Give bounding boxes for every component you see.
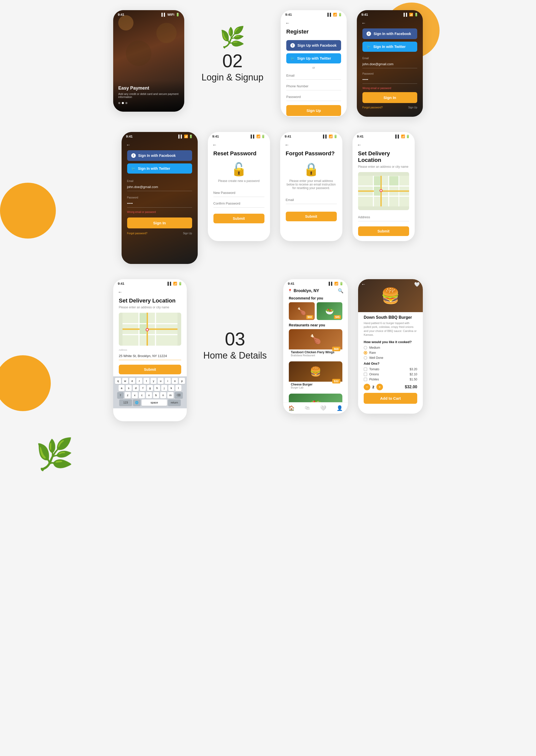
key-123[interactable]: 123: [119, 399, 132, 406]
key-d[interactable]: d: [133, 385, 139, 391]
email-input[interactable]: [286, 72, 341, 80]
signin-large-password-input[interactable]: [127, 199, 192, 208]
addon-pickles[interactable]: Pickles $1.50: [364, 378, 417, 381]
key-q[interactable]: q: [115, 378, 121, 384]
back-button-register[interactable]: ←: [281, 18, 347, 26]
new-password-input[interactable]: [214, 189, 264, 197]
facebook-signin-large-button[interactable]: f Sign In with Facebook: [127, 150, 192, 161]
signin-signup-link[interactable]: Sign Up: [408, 106, 417, 109]
address-input-2[interactable]: [119, 352, 181, 360]
key-k[interactable]: k: [168, 385, 174, 391]
key-return[interactable]: return: [168, 399, 181, 406]
signin-password-input[interactable]: [362, 76, 417, 84]
key-b[interactable]: b: [153, 392, 159, 398]
forgot-link-large[interactable]: Forgot password?: [127, 232, 148, 235]
forgot-title: Forgot Password?: [286, 150, 337, 157]
back-button-delivery-kb[interactable]: ←: [113, 287, 187, 295]
address-input-1[interactable]: [358, 213, 409, 221]
key-e[interactable]: e: [129, 378, 135, 384]
facebook-signin-button[interactable]: f Sign In with Facebook: [362, 28, 417, 39]
back-button-signin-large[interactable]: ←: [121, 140, 198, 148]
svg-rect-9: [374, 186, 381, 196]
key-s[interactable]: s: [126, 385, 132, 391]
key-i[interactable]: i: [165, 378, 171, 384]
food-card-2[interactable]: 🍔 $32 Cheese Burger Burger Lab: [289, 361, 342, 391]
addon-tomato[interactable]: Tomato $3.20: [364, 368, 417, 371]
svg-point-12: [380, 190, 382, 191]
key-globe[interactable]: 🌐: [133, 399, 141, 406]
back-button-reset[interactable]: ←: [208, 140, 270, 148]
forgot-email-input[interactable]: [286, 196, 337, 204]
cook-rare[interactable]: Rare: [364, 351, 417, 354]
reset-subtitle: Please create new a password: [214, 179, 264, 183]
back-button-signin[interactable]: ←: [357, 18, 423, 26]
confirm-password-input[interactable]: [214, 199, 264, 208]
phone-food-detail: ← 🤍 🍔 Down South BBQ Burger Hand pattied…: [358, 279, 423, 414]
email-label-large: Email: [127, 180, 192, 182]
password-input[interactable]: [286, 93, 341, 101]
cook-medium[interactable]: Medium: [364, 346, 417, 349]
signin-large-email-input[interactable]: [127, 183, 192, 191]
key-z[interactable]: z: [125, 392, 131, 398]
phone-input[interactable]: [286, 82, 341, 90]
signin-email-input[interactable]: [362, 60, 417, 68]
nav-profile[interactable]: 👤: [337, 405, 343, 411]
key-backspace[interactable]: ⌫: [175, 392, 183, 398]
key-a[interactable]: a: [118, 385, 125, 391]
addon-onions[interactable]: Onions $2.10: [364, 373, 417, 376]
qty-increase-button[interactable]: +: [376, 384, 383, 390]
search-icon[interactable]: 🔍: [338, 288, 343, 294]
food-card-1[interactable]: 🍗 $68 Tandoori Chicken Fiery Wings Brati…: [289, 329, 342, 358]
addons-title: Add Ons?: [364, 362, 417, 365]
delivery-submit-button[interactable]: Submit: [358, 226, 409, 236]
delivery-kb-submit-button[interactable]: Submit: [119, 365, 181, 374]
recommend-item-2[interactable]: 🥗 $45: [317, 302, 343, 320]
detail-back-button[interactable]: ←: [361, 282, 366, 287]
key-n[interactable]: n: [160, 392, 166, 398]
qty-decrease-button[interactable]: −: [364, 384, 370, 390]
key-v[interactable]: v: [146, 392, 152, 398]
signin-button[interactable]: Sign In: [362, 92, 417, 103]
add-to-cart-button[interactable]: Add to Cart: [364, 393, 417, 404]
key-f[interactable]: f: [140, 385, 146, 391]
forgot-submit-button[interactable]: Submit: [286, 212, 337, 221]
key-space[interactable]: space: [142, 399, 167, 406]
nav-heart[interactable]: 🤍: [320, 405, 326, 411]
twitter-signin-large-button[interactable]: 🐦 Sign In with Twitter: [127, 163, 192, 174]
key-w[interactable]: w: [122, 378, 128, 384]
recommend-item-1[interactable]: 🍗 $68: [289, 302, 315, 320]
key-o[interactable]: o: [172, 378, 178, 384]
key-y[interactable]: y: [151, 378, 156, 384]
back-button-forgot[interactable]: ←: [280, 140, 342, 148]
facebook-signup-button[interactable]: f Sign Up with Facebook: [286, 40, 341, 51]
back-button-delivery[interactable]: ←: [352, 140, 415, 148]
key-u[interactable]: u: [158, 378, 164, 384]
nav-home[interactable]: 🏠: [288, 405, 295, 411]
key-x[interactable]: x: [132, 392, 138, 398]
key-g[interactable]: g: [147, 385, 153, 391]
reset-submit-button[interactable]: Submit: [214, 214, 264, 223]
detail-food-image: ← 🤍 🍔: [358, 279, 423, 312]
food-card-3[interactable]: 🥗 $35 Farmer's Market Salad Elis Restaur…: [289, 394, 342, 402]
signup-button[interactable]: Sign Up: [286, 105, 341, 116]
key-p[interactable]: p: [179, 378, 185, 384]
key-shift[interactable]: ⇧: [117, 392, 123, 398]
detail-heart-button[interactable]: 🤍: [414, 282, 420, 287]
key-l[interactable]: l: [175, 385, 182, 391]
food-img-2: 🍔: [289, 361, 342, 382]
nav-bag[interactable]: 🛍: [305, 405, 310, 411]
cook-well-done[interactable]: Well Done: [364, 356, 417, 360]
forgot-password-link[interactable]: Forgot password?: [362, 106, 383, 109]
signin-large-button[interactable]: Sign In: [127, 217, 192, 228]
key-t[interactable]: t: [143, 378, 150, 384]
key-m[interactable]: m: [167, 392, 174, 398]
twitter-signin-button[interactable]: 🐦 Sign In with Twitter: [362, 42, 417, 52]
key-h[interactable]: h: [154, 385, 160, 391]
food-img-1: 🍗: [289, 329, 342, 349]
key-c[interactable]: c: [139, 392, 145, 398]
signup-link-large[interactable]: Sign Up: [183, 232, 192, 235]
twitter-signup-button[interactable]: 🐦 Sign Up with Twitter: [286, 53, 341, 63]
key-r[interactable]: r: [136, 378, 142, 384]
key-j[interactable]: j: [161, 385, 167, 391]
recommend-price-1: $68: [306, 315, 313, 319]
